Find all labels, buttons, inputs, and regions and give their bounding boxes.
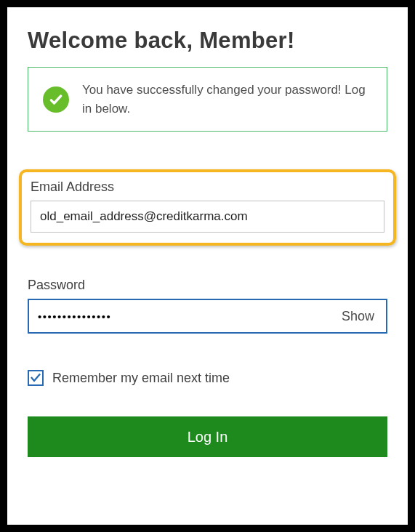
alert-message: You have successfully changed your passw…	[82, 81, 372, 118]
remember-checkbox[interactable]	[28, 370, 44, 386]
remember-row: Remember my email next time	[28, 370, 387, 386]
success-alert: You have successfully changed your passw…	[28, 67, 387, 132]
login-button[interactable]: Log In	[28, 416, 387, 457]
checkmark-icon	[43, 86, 69, 113]
remember-label: Remember my email next time	[52, 371, 230, 386]
show-password-button[interactable]: Show	[330, 309, 386, 324]
email-label: Email Address	[31, 180, 384, 195]
password-field-group: Password Show	[28, 278, 387, 334]
page-title: Welcome back, Member!	[28, 28, 387, 54]
password-input[interactable]	[29, 300, 330, 332]
password-label: Password	[28, 278, 387, 293]
login-panel: Welcome back, Member! You have successfu…	[7, 7, 408, 525]
email-field-group: Email Address	[19, 169, 396, 246]
email-input[interactable]	[31, 201, 384, 233]
password-input-wrapper: Show	[28, 299, 387, 334]
